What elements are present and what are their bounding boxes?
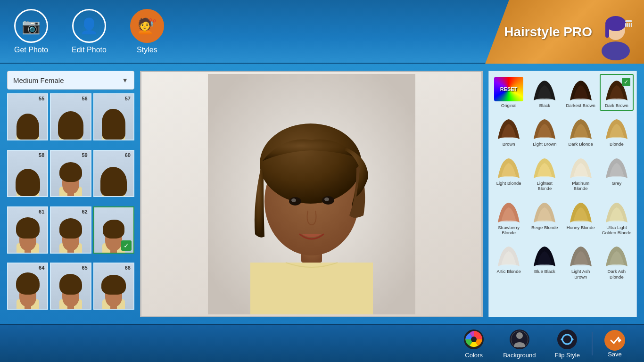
color-darkest-brown[interactable]: Darkest Brown	[564, 74, 598, 111]
styles-icon: 💇	[130, 9, 164, 43]
style-item-58[interactable]: 58	[7, 150, 48, 197]
light-ash-brown-swatch	[566, 243, 595, 267]
color-light-blonde[interactable]: Light Blonde	[492, 152, 526, 194]
platinum-blonde-swatch	[566, 155, 595, 179]
footer-toolbar: Colors Background Flip Style	[0, 324, 644, 362]
color-label: Dark Brown	[605, 103, 628, 108]
svg-point-18	[324, 197, 329, 201]
svg-rect-8	[631, 23, 632, 27]
style-item-56[interactable]: 56	[50, 93, 91, 140]
style-panel: Medium Female ▼ 55	[7, 71, 134, 317]
color-lightest-blonde[interactable]: Lightest Blonde	[528, 152, 561, 194]
svg-point-14	[260, 123, 362, 204]
style-number: 64	[39, 265, 44, 271]
color-platinum-blonde[interactable]: Platinum Blonde	[564, 152, 598, 194]
style-item-63[interactable]: ✓	[93, 206, 134, 254]
flip-style-icon	[557, 329, 578, 350]
background-label: Background	[503, 352, 536, 359]
grey-swatch	[602, 155, 631, 179]
color-original[interactable]: RESET Original	[492, 74, 526, 111]
svg-rect-11	[250, 263, 373, 314]
color-honey-blonde[interactable]: Honey Blonde	[564, 196, 598, 239]
colors-button[interactable]: Colors	[454, 325, 494, 362]
honey-blonde-swatch	[566, 199, 595, 223]
color-label: Platinum Blonde	[566, 181, 596, 191]
svg-rect-5	[625, 23, 627, 27]
main-content: Medium Female ▼ 55	[0, 64, 644, 324]
colors-icon	[463, 329, 484, 350]
save-label: Save	[608, 351, 622, 358]
style-item-62[interactable]: 62	[50, 206, 91, 254]
color-label: Light Brown	[533, 141, 556, 147]
style-number: 61	[39, 209, 44, 214]
dark-brown-swatch: ✓	[602, 77, 631, 101]
style-item-57[interactable]: 57	[93, 93, 134, 140]
color-dark-ash-blonde[interactable]: Dark Ash Blonde	[600, 240, 634, 282]
color-label: Dark Blonde	[568, 141, 593, 147]
color-label: Blue Black	[534, 269, 555, 274]
color-blonde[interactable]: Blonde	[600, 113, 634, 149]
style-item-60[interactable]: 60	[93, 150, 134, 197]
chevron-down-icon: ▼	[122, 76, 128, 84]
beige-blonde-swatch	[530, 199, 559, 223]
style-item-65[interactable]: 65	[50, 263, 91, 310]
nav-edit-photo[interactable]: 👤 Edit Photo	[72, 9, 107, 54]
color-black[interactable]: Black	[528, 74, 561, 111]
color-label: Strawberry Blonde	[494, 225, 524, 236]
color-label: Honey Blonde	[567, 225, 595, 230]
blue-black-swatch	[530, 243, 559, 267]
color-blue-black[interactable]: Blue Black	[528, 240, 561, 282]
color-light-ash-brown[interactable]: Light Ash Brown	[564, 240, 598, 282]
style-item-61[interactable]: 61	[7, 206, 48, 254]
style-number: 62	[82, 209, 87, 214]
color-dark-blonde[interactable]: Dark Blonde	[564, 113, 598, 149]
background-button[interactable]: Background	[494, 325, 545, 362]
logo-text: Hairstyle PRO	[504, 25, 592, 40]
color-label: Brown	[503, 141, 515, 147]
color-label: Light Blonde	[496, 181, 521, 186]
style-category-dropdown[interactable]: Medium Female ▼	[7, 71, 134, 90]
svg-point-21	[471, 337, 477, 342]
style-item-64[interactable]: 64	[7, 263, 48, 310]
color-label: Ultra Light Golden Blonde	[602, 225, 632, 236]
color-grey[interactable]: Grey	[600, 152, 634, 194]
color-label: Lightest Blonde	[529, 181, 560, 191]
ultra-light-swatch	[602, 199, 631, 223]
color-beige-blonde[interactable]: Beige Blonde	[528, 196, 561, 239]
style-item-55[interactable]: 55	[7, 93, 48, 140]
color-dark-brown[interactable]: ✓ Dark Brown	[600, 74, 634, 111]
header: 📷 Get Photo 👤 Edit Photo 💇 Styles Hairst…	[0, 0, 644, 64]
color-strawberry-blonde[interactable]: Strawberry Blonde	[492, 196, 526, 239]
light-brown-swatch	[530, 115, 559, 140]
strawberry-blonde-swatch	[494, 199, 523, 223]
svg-rect-3	[605, 24, 609, 38]
dark-ash-blonde-swatch	[602, 243, 631, 267]
color-panel: RESET Original Black	[488, 71, 637, 317]
color-artic-blonde[interactable]: Artic Blonde	[492, 240, 526, 282]
style-number: 59	[82, 152, 87, 158]
save-button[interactable]: Save	[595, 326, 635, 362]
edit-photo-icon: 👤	[72, 9, 106, 43]
style-number: 65	[82, 265, 87, 271]
svg-point-0	[602, 41, 630, 60]
color-label: Grey	[612, 181, 622, 186]
color-label: Light Ash Brown	[566, 269, 596, 280]
background-icon	[509, 329, 530, 350]
flip-style-button[interactable]: Flip Style	[545, 325, 589, 362]
color-brown[interactable]: Brown	[492, 113, 526, 149]
color-ultra-light-golden[interactable]: Ultra Light Golden Blonde	[600, 196, 634, 239]
original-swatch: RESET	[494, 77, 523, 101]
nav-styles[interactable]: 💇 Styles	[130, 9, 164, 54]
color-label: Dark Ash Blonde	[602, 269, 632, 280]
style-item-66[interactable]: 66	[93, 263, 134, 310]
light-blonde-swatch	[494, 155, 523, 179]
color-grid: RESET Original Black	[492, 74, 634, 282]
color-light-brown[interactable]: Light Brown	[528, 113, 561, 149]
svg-rect-7	[629, 23, 630, 27]
style-item-59[interactable]: 59	[50, 150, 91, 197]
color-label: Artic Blonde	[497, 269, 521, 274]
color-label: Darkest Brown	[566, 103, 595, 108]
style-number: 55	[39, 96, 44, 101]
app-logo: Hairstyle PRO	[485, 0, 644, 64]
nav-get-photo[interactable]: 📷 Get Photo	[14, 9, 48, 54]
